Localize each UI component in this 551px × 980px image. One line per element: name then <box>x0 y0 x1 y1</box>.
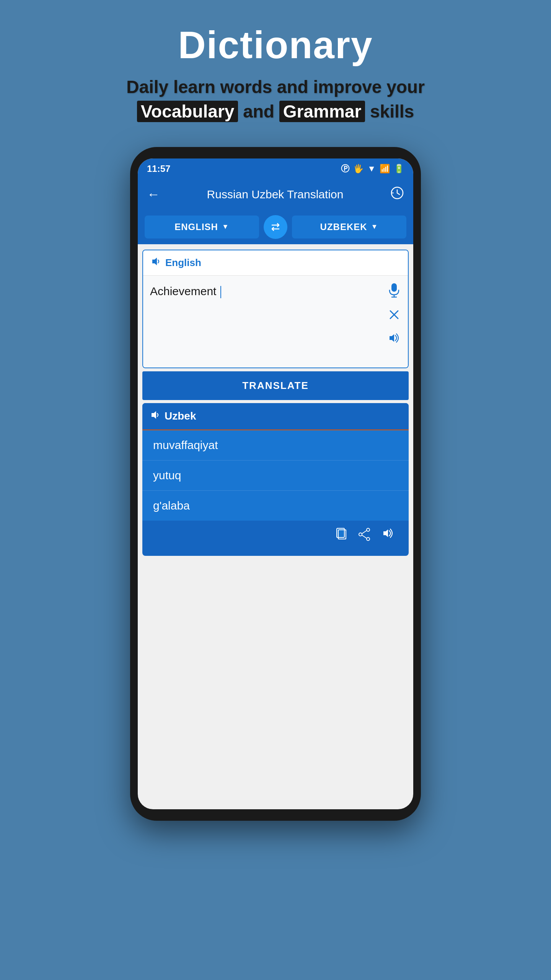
subtitle-line1: Daily learn words and improve your <box>126 77 425 97</box>
svg-marker-1 <box>152 258 157 265</box>
target-lang-arrow: ▼ <box>371 223 378 231</box>
lang-bar: ENGLISH ▼ UZBEKEK ▼ <box>138 210 413 244</box>
notification-icon: 🖐 <box>353 164 364 174</box>
svg-marker-8 <box>152 411 156 419</box>
phone-screen: 11:57 Ⓟ 🖐 ▼ 📶 🔋 ← Russian Uzbek Translat… <box>138 158 413 809</box>
input-cursor <box>220 286 221 298</box>
microphone-icon <box>387 283 401 298</box>
history-button[interactable] <box>390 186 404 203</box>
speak-input-button[interactable] <box>387 331 401 347</box>
share-icon <box>358 528 370 541</box>
speak-output-icon <box>381 528 395 539</box>
output-lang-label: Uzbek <box>165 410 196 422</box>
output-speaker-icon[interactable] <box>149 409 161 423</box>
svg-marker-18 <box>383 529 388 537</box>
bottom-actions <box>147 521 404 551</box>
battery-icon: 🔋 <box>394 164 404 174</box>
input-content-area: Achievement <box>143 276 408 368</box>
speak-output-button[interactable] <box>381 528 395 544</box>
app-bar-title: Russian Uzbek Translation <box>160 188 390 201</box>
target-lang-button[interactable]: UZBEKEK ▼ <box>292 216 406 238</box>
output-lang-header: Uzbek <box>142 403 409 430</box>
copy-button[interactable] <box>335 528 347 544</box>
swap-icon <box>269 220 282 234</box>
svg-marker-7 <box>390 334 394 342</box>
clear-button[interactable] <box>388 308 400 324</box>
status-time: 11:57 <box>147 163 170 174</box>
input-section: English Achievement <box>142 250 409 368</box>
speaker-icon <box>150 256 161 267</box>
input-lang-label: English <box>165 257 201 269</box>
wifi-icon: ▼ <box>367 164 376 174</box>
input-text[interactable]: Achievement <box>150 283 387 300</box>
translate-button[interactable]: TRANSLATE <box>142 371 409 400</box>
output-speaker-svg <box>149 409 161 421</box>
signal-icon: 📶 <box>380 164 390 174</box>
subtitle-highlight1: Vocabulary <box>137 101 238 122</box>
page-wrapper: Dictionary Daily learn words and improve… <box>0 0 551 821</box>
svg-rect-2 <box>391 283 397 292</box>
copy-icon <box>335 528 347 541</box>
source-lang-label: ENGLISH <box>174 222 218 232</box>
phone-frame: 11:57 Ⓟ 🖐 ▼ 📶 🔋 ← Russian Uzbek Translat… <box>130 147 421 821</box>
svg-point-15 <box>367 537 370 541</box>
app-bar: ← Russian Uzbek Translation <box>138 179 413 210</box>
back-button[interactable]: ← <box>147 187 160 202</box>
source-lang-arrow: ▼ <box>222 223 229 231</box>
svg-point-14 <box>359 533 362 536</box>
status-bar: 11:57 Ⓟ 🖐 ▼ 📶 🔋 <box>138 158 413 179</box>
list-item[interactable]: g'alaba <box>142 491 409 521</box>
input-speaker-icon[interactable] <box>150 256 161 270</box>
page-header: Dictionary Daily learn words and improve… <box>126 0 425 139</box>
input-actions <box>387 283 401 347</box>
share-button[interactable] <box>358 528 370 544</box>
page-title: Dictionary <box>126 23 425 67</box>
target-lang-label: UZBEKEK <box>320 222 367 232</box>
speak-input-icon <box>387 332 401 344</box>
page-subtitle: Daily learn words and improve your Vocab… <box>126 75 425 124</box>
input-text-area: Achievement <box>150 283 387 300</box>
svg-line-16 <box>362 531 367 534</box>
input-word: Achievement <box>150 285 216 297</box>
input-lang-header: English <box>143 250 408 276</box>
microphone-button[interactable] <box>387 283 401 301</box>
list-item[interactable]: yutuq <box>142 461 409 491</box>
history-icon <box>390 186 404 200</box>
output-results: muvaffaqiyat yutuq g'alaba <box>142 430 409 521</box>
media-icon: Ⓟ <box>341 163 349 175</box>
status-icons: Ⓟ 🖐 ▼ 📶 🔋 <box>341 163 404 175</box>
subtitle-highlight2: Grammar <box>279 101 365 122</box>
swap-languages-button[interactable] <box>264 215 287 239</box>
svg-line-17 <box>362 535 367 538</box>
source-lang-button[interactable]: ENGLISH ▼ <box>145 216 259 238</box>
close-icon <box>388 309 400 321</box>
output-section: Uzbek muvaffaqiyat yutuq g'alaba <box>142 403 409 556</box>
subtitle-middle: and <box>243 101 279 121</box>
svg-point-13 <box>367 528 370 531</box>
list-item[interactable]: muvaffaqiyat <box>142 430 409 461</box>
